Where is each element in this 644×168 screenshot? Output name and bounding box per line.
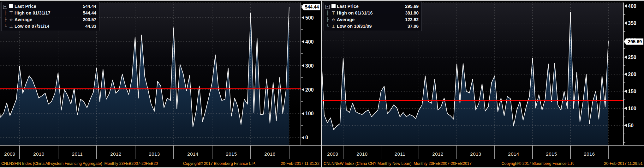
x-axis-year-label: 2013 <box>149 151 160 157</box>
x-axis-year-label: 2015 <box>226 151 237 157</box>
x-axis-year-label: 2012 <box>432 151 443 157</box>
x-axis-year-label: 2016 <box>584 151 595 157</box>
legend-label: Low on 10/31/09 <box>337 24 401 29</box>
legend-value: 381.80 <box>401 10 419 15</box>
chart-footer-right: CNLNNEW Index (China CNY Monthly New Loa… <box>322 160 644 167</box>
legend-row-last-price: − Last Price 544.44 <box>3 3 96 9</box>
copyright-text: Copyright© 2017 Bloomberg Finance L.P. <box>183 161 256 166</box>
y-axis-tick-label: 400 <box>305 39 314 45</box>
legend-value: 295.69 <box>401 4 419 9</box>
legend-value: 44.33 <box>79 24 96 29</box>
legend-tree <box>325 10 330 15</box>
legend-row-average: Average 122.62 <box>325 16 419 23</box>
legend-value: 122.62 <box>401 17 419 22</box>
last-price-tag-value: 295.69 <box>628 39 642 44</box>
legend-label: Average <box>337 17 401 22</box>
x-axis-year-label: 2009 <box>4 151 15 157</box>
x-axis-year-label: 2013 <box>470 151 481 157</box>
x-axis-year-label: 2009 <box>327 151 338 157</box>
legend-value: 37.06 <box>401 24 419 29</box>
chart-footer-left: CNLNSFIN Index (China All-system Financi… <box>0 160 321 167</box>
y-axis-tick-label: 50 <box>628 123 634 128</box>
legend-tree: − <box>325 4 330 9</box>
legend-label: Last Price <box>15 4 79 9</box>
y-axis-tick-arrow <box>624 90 627 93</box>
legend-label: Average <box>15 17 79 22</box>
y-axis-tick-arrow <box>624 107 627 110</box>
y-axis-tick-label: 200 <box>628 72 636 77</box>
chart-panel-right: 5010015020025030035040020092010201120122… <box>322 0 644 168</box>
panel-divider <box>321 0 322 168</box>
legend-label: Low on 07/31/14 <box>15 24 79 29</box>
y-axis-tick-arrow <box>301 64 304 68</box>
x-axis-year-label: 2014 <box>508 151 519 157</box>
y-axis-tick-arrow <box>624 73 627 76</box>
y-axis-tick-arrow <box>624 56 627 59</box>
x-axis-year-label: 2015 <box>546 151 557 157</box>
legend-row-low: Low on 07/31/14 44.33 <box>3 23 96 29</box>
x-axis-year-label: 2014 <box>187 151 198 157</box>
copyright-text: Copyright© 2017 Bloomberg Finance L.P. <box>502 161 574 166</box>
y-axis-tick-label: 250 <box>628 55 636 60</box>
legend-tree <box>3 24 8 28</box>
last-price-tag-value: 544.44 <box>305 4 319 9</box>
legend-tree: − <box>3 4 8 9</box>
legend-tree <box>3 17 8 22</box>
legend-label: High on 01/31/17 <box>15 10 79 15</box>
y-axis-tick-arrow <box>301 88 304 92</box>
security-description: CNLNSFIN Index (China All-system Financi… <box>1 161 158 166</box>
legend-tree <box>3 10 8 15</box>
legend-value: 544.44 <box>79 10 96 15</box>
high-marker-icon <box>8 10 15 15</box>
x-axis-year-label: 2016 <box>264 151 275 157</box>
y-axis-tick-label: 200 <box>305 87 314 93</box>
legend-row-average: Average 203.57 <box>3 16 96 23</box>
legend-row-high: High on 01/31/17 544.44 <box>3 9 96 16</box>
legend-value: 544.44 <box>79 4 96 9</box>
y-axis-tick-arrow <box>624 21 627 25</box>
low-marker-icon <box>8 24 15 29</box>
footer-datetime: 20-Feb-2017 11:31:32 <box>281 161 319 166</box>
y-axis-tick-label: 150 <box>628 89 636 94</box>
y-axis-tick-label: 300 <box>305 63 314 69</box>
x-axis-year-label: 2010 <box>33 151 44 157</box>
y-axis-tick-label: 100 <box>305 111 314 116</box>
legend-row-low: Low on 10/31/09 37.06 <box>325 23 419 29</box>
legend-label: Last Price <box>337 4 401 9</box>
x-axis-year-label: 2011 <box>395 151 405 157</box>
y-axis-tick-arrow <box>301 136 304 139</box>
y-axis-tick-label: 400 <box>628 3 636 9</box>
last-price-tag: 295.69 <box>624 39 643 45</box>
legend-tree <box>325 17 330 22</box>
average-marker-icon <box>330 17 337 22</box>
y-axis-tick-arrow <box>624 4 627 8</box>
y-axis-tick-label: 350 <box>628 21 636 26</box>
footer-datetime: 20-Feb-2017 11:29:51 <box>604 161 643 166</box>
y-axis-tick-label: 100 <box>628 106 636 111</box>
x-axis-year-label: 2010 <box>356 151 367 157</box>
legend-collapse-icon[interactable]: − <box>325 5 330 9</box>
y-axis-tick-arrow <box>301 40 304 44</box>
chart-legend-left: − Last Price 544.44 High on 01/31/17 544… <box>1 2 99 31</box>
y-axis-tick-label: 500 <box>305 15 314 21</box>
y-axis-tick-arrow <box>301 112 304 115</box>
last-price-tag: 544.44 <box>301 4 320 10</box>
chart-legend-right: − Last Price 295.69 High on 01/31/16 381… <box>324 2 422 31</box>
y-axis-tick-label: 0 <box>305 135 308 140</box>
high-marker-icon <box>330 10 337 15</box>
y-axis-tick-arrow <box>301 16 304 20</box>
legend-tree <box>325 24 330 28</box>
legend-label: High on 01/31/16 <box>337 10 401 15</box>
x-axis-year-label: 2012 <box>110 151 121 157</box>
last-price-swatch-icon <box>330 4 337 8</box>
legend-collapse-icon[interactable]: − <box>3 5 7 9</box>
legend-row-last-price: − Last Price 295.69 <box>325 3 419 9</box>
legend-row-high: High on 01/31/16 381.80 <box>325 9 419 16</box>
security-description: CNLNNEW Index (China CNY Monthly New Loa… <box>324 161 472 166</box>
x-axis-year-label: 2011 <box>72 151 83 157</box>
average-marker-icon <box>8 17 15 22</box>
last-price-swatch-icon <box>8 4 15 8</box>
low-marker-icon <box>330 24 337 29</box>
chart-panel-left: 0100200300400500200920102011201220132014… <box>0 0 321 168</box>
legend-value: 203.57 <box>79 17 96 22</box>
